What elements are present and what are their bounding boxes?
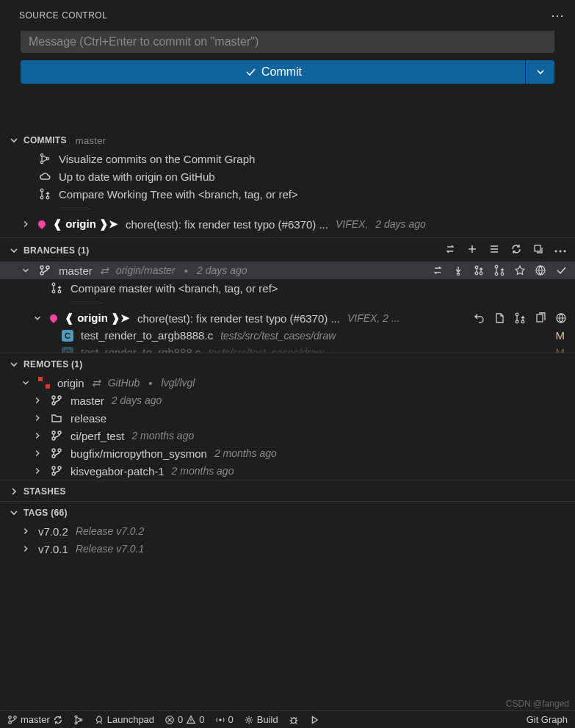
chevron-right-icon — [32, 447, 43, 460]
file-icon[interactable] — [493, 311, 506, 325]
pull-icon[interactable] — [472, 264, 485, 277]
branch-icon — [38, 264, 51, 277]
branch-time: 2 days ago — [197, 264, 247, 276]
branch-icon — [50, 464, 63, 477]
undo-icon[interactable] — [472, 311, 485, 325]
status-problems[interactable]: 0 0 — [164, 714, 204, 725]
status-bar: master Launchpad 0 0 0 Build Git Graph — [0, 710, 575, 728]
status-graph[interactable] — [73, 715, 84, 725]
globe-icon[interactable] — [554, 311, 568, 325]
head-marker-icon — [37, 219, 47, 229]
chevron-right-icon — [21, 525, 31, 538]
status-build[interactable]: Build — [244, 714, 278, 725]
copy-icon[interactable] — [534, 311, 547, 325]
commits-section-header[interactable]: COMMITS master — [0, 131, 575, 150]
commit-entry[interactable]: ❰ origin ❱➤ chore(test): fix render test… — [0, 215, 575, 233]
branches-section-header[interactable]: BRANCHES (1) ⋯ — [0, 237, 575, 262]
status-branch[interactable]: master — [7, 714, 63, 725]
remote-branch-item[interactable]: bugfix/micropython_sysmon 2 months ago — [0, 444, 575, 462]
visualize-commits-action[interactable]: Visualize commits on the Commit Graph — [0, 150, 575, 167]
up-to-date-action[interactable]: Up to date with origin on GitHub — [0, 167, 575, 185]
panel-title: SOURCE CONTROL — [19, 10, 107, 21]
tag-name: v7.0.1 — [38, 543, 68, 555]
branch-name: kisvegabor-patch-1 — [70, 465, 164, 477]
changed-file[interactable]: C test_render_to_rgb888.c tests/src/test… — [0, 344, 575, 353]
folder-icon — [50, 411, 63, 425]
tag-desc: Release v7.0.2 — [76, 525, 144, 537]
remote-branch-item[interactable]: master 2 days ago — [0, 392, 575, 409]
chevron-right-icon — [32, 411, 43, 425]
branch-icon — [50, 447, 63, 460]
swap-glyph: ⇄ — [100, 264, 109, 276]
list-icon[interactable] — [488, 242, 501, 256]
commit-button[interactable]: Commit — [21, 60, 525, 84]
branch-commit-entry[interactable]: ❰ origin ❱➤ chore(test): fix render test… — [0, 309, 575, 327]
status-ports[interactable]: 0 — [215, 714, 234, 725]
compare-icon — [50, 281, 63, 295]
more-icon[interactable]: ⋯ — [554, 242, 568, 259]
status-debug[interactable] — [289, 715, 299, 725]
branch-time: 2 days ago — [112, 394, 162, 406]
branch-time: 2 months ago — [172, 465, 234, 477]
branch-time: 2 months ago — [131, 430, 194, 442]
compare-icon[interactable] — [493, 264, 506, 277]
action-label: Visualize commits on the Commit Graph — [59, 153, 255, 165]
check-icon[interactable] — [554, 264, 568, 277]
branches-title: BRANCHES (1) — [23, 245, 90, 256]
branch-item-master[interactable]: master ⇄ origin/master • 2 days ago — [0, 262, 575, 279]
chevron-down-icon — [534, 65, 547, 79]
swap-icon[interactable] — [444, 242, 457, 256]
star-icon[interactable] — [513, 264, 527, 277]
branch-name: release — [70, 412, 106, 425]
cloud-icon — [38, 170, 51, 183]
swap-icon[interactable] — [431, 264, 444, 277]
commit-entry[interactable]: fix(thorvg): fix gw engine crash (#6272)… — [0, 233, 575, 237]
stashes-title: STASHES — [23, 486, 66, 497]
status-run[interactable] — [309, 715, 319, 725]
status-launchpad[interactable]: Launchpad — [94, 714, 154, 725]
branch-name: master — [70, 394, 104, 407]
fetch-icon[interactable] — [452, 264, 465, 277]
chevron-right-icon — [21, 542, 31, 555]
remote-branch-item[interactable]: ci/perf_test 2 months ago — [0, 427, 575, 444]
divider — [70, 303, 103, 303]
more-actions-button[interactable]: ⋯ — [551, 7, 565, 24]
refresh-icon[interactable] — [510, 242, 523, 256]
tag-name: v7.0.2 — [38, 525, 68, 538]
stack-icon[interactable] — [532, 242, 545, 256]
compare-working-tree-action[interactable]: Compare Working Tree with <branch, tag, … — [0, 185, 575, 203]
remote-origin[interactable]: origin ⇄ GitHub • lvgl/lvgl — [0, 374, 575, 392]
chevron-right-icon — [32, 394, 43, 407]
remote-host: GitHub — [108, 377, 140, 389]
file-name: test_render_to_argb8888.c — [81, 329, 213, 342]
chevron-down-icon — [7, 506, 21, 519]
remote-branch-item[interactable]: kisvegabor-patch-1 2 months ago — [0, 462, 575, 480]
changed-file[interactable]: C test_render_to_argb8888.c tests/src/te… — [0, 327, 575, 344]
divider — [59, 209, 91, 209]
plus-icon[interactable] — [466, 242, 479, 256]
chevron-right-icon — [32, 464, 43, 477]
compare-branch-action[interactable]: Compare master with <branch, tag, or ref… — [0, 279, 575, 297]
commit-message: chore(test): fix render test typo (#6370… — [137, 312, 340, 325]
tracking-branch: origin/master — [116, 264, 176, 276]
commit-author: VIFEX, 2 ... — [347, 312, 400, 324]
globe-icon[interactable] — [534, 264, 547, 277]
compare-icon[interactable] — [513, 311, 527, 325]
check-icon — [244, 65, 257, 79]
remote-branch-item[interactable]: release — [0, 409, 575, 427]
commit-dropdown-button[interactable] — [525, 60, 554, 84]
stashes-section-header[interactable]: STASHES — [0, 480, 575, 501]
watermark: CSDN @fanged — [506, 699, 569, 709]
tag-desc: Release v7.0.1 — [76, 543, 144, 555]
branch-name: ci/perf_test — [70, 430, 124, 442]
tags-title: TAGS (66) — [23, 508, 68, 518]
chevron-down-icon — [21, 376, 31, 389]
c-file-icon: C — [62, 330, 73, 342]
tag-item[interactable]: v7.0.1 Release v7.0.1 — [0, 540, 575, 558]
status-gitgraph[interactable]: Git Graph — [527, 714, 568, 725]
tag-item[interactable]: v7.0.2 Release v7.0.2 — [0, 522, 575, 540]
commit-message-input[interactable]: Message (Ctrl+Enter to commit on "master… — [21, 31, 554, 53]
tags-section-header[interactable]: TAGS (66) — [0, 501, 575, 522]
remotes-section-header[interactable]: REMOTES (1) — [0, 353, 575, 374]
origin-badge: ❰ origin ❱➤ — [53, 217, 118, 231]
